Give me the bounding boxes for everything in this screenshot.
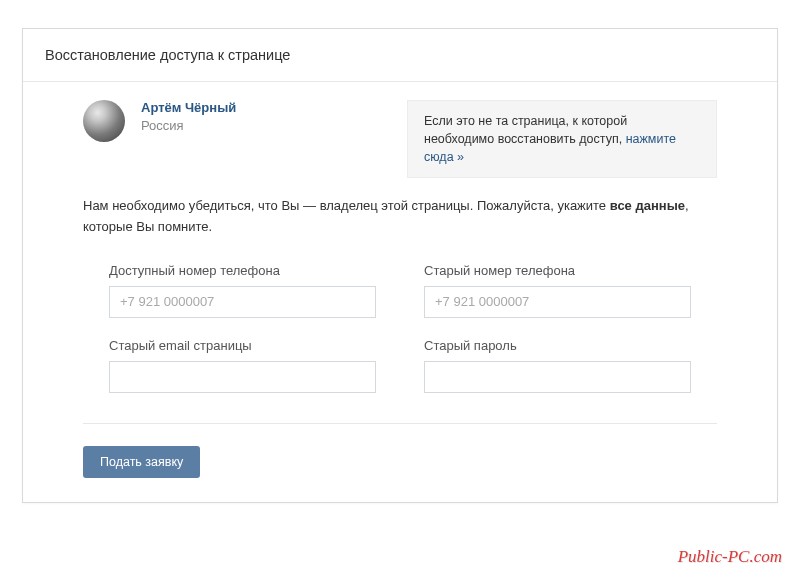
avatar bbox=[83, 100, 125, 142]
profile-row: Артём Чёрный Россия Если это не та стран… bbox=[83, 100, 717, 178]
page-title: Восстановление доступа к странице bbox=[45, 47, 755, 63]
profile-name[interactable]: Артём Чёрный bbox=[141, 100, 391, 115]
old-email-group: Старый email страницы bbox=[109, 338, 376, 393]
profile-info: Артём Чёрный Россия bbox=[141, 100, 391, 133]
old-phone-group: Старый номер телефона bbox=[424, 263, 691, 318]
content-area: Артём Чёрный Россия Если это не та стран… bbox=[23, 82, 777, 502]
wrong-page-notice: Если это не та страница, к которой необх… bbox=[407, 100, 717, 178]
instructions-text: Нам необходимо убедиться, что Вы — владе… bbox=[83, 196, 717, 236]
profile-country: Россия bbox=[141, 118, 391, 133]
old-email-input[interactable] bbox=[109, 361, 376, 393]
old-password-label: Старый пароль bbox=[424, 338, 691, 353]
watermark: Public-PC.com bbox=[678, 547, 782, 567]
old-password-group: Старый пароль bbox=[424, 338, 691, 393]
old-password-input[interactable] bbox=[424, 361, 691, 393]
old-phone-input[interactable] bbox=[424, 286, 691, 318]
available-phone-group: Доступный номер телефона bbox=[109, 263, 376, 318]
available-phone-input[interactable] bbox=[109, 286, 376, 318]
form-area: Доступный номер телефона Старый номер те… bbox=[83, 263, 717, 393]
form-row-1: Доступный номер телефона Старый номер те… bbox=[109, 263, 691, 318]
submit-button[interactable]: Подать заявку bbox=[83, 446, 200, 478]
notice-text: Если это не та страница, к которой необх… bbox=[424, 114, 627, 146]
divider bbox=[83, 423, 717, 424]
header-bar: Восстановление доступа к странице bbox=[23, 29, 777, 82]
old-email-label: Старый email страницы bbox=[109, 338, 376, 353]
form-row-2: Старый email страницы Старый пароль bbox=[109, 338, 691, 393]
old-phone-label: Старый номер телефона bbox=[424, 263, 691, 278]
main-card: Восстановление доступа к странице Артём … bbox=[22, 28, 778, 503]
available-phone-label: Доступный номер телефона bbox=[109, 263, 376, 278]
